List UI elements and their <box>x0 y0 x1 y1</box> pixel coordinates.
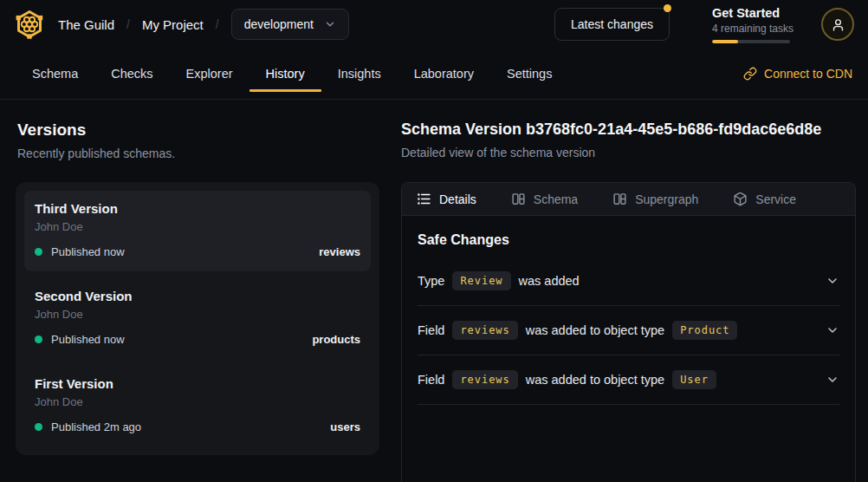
user-icon <box>831 17 845 32</box>
chevron-down-icon <box>826 323 839 337</box>
list-icon <box>417 192 431 206</box>
chevron-down-icon <box>826 373 839 387</box>
version-list: Third Version John Doe Published now rev… <box>16 182 379 455</box>
tab-settings[interactable]: Settings <box>490 49 568 99</box>
tab-laboratory[interactable]: Laboratory <box>398 49 490 99</box>
version-name: Second Version <box>35 289 360 303</box>
connect-to-cdn-link[interactable]: Connect to CDN <box>743 49 852 99</box>
tab-schema-view[interactable]: Schema <box>511 192 578 206</box>
breadcrumb-separator: / <box>126 17 130 31</box>
breadcrumb-project[interactable]: My Project <box>142 17 204 32</box>
version-item-third[interactable]: Third Version John Doe Published now rev… <box>24 191 371 271</box>
published-dot-icon <box>35 335 42 343</box>
connect-to-cdn-label: Connect to CDN <box>764 67 852 81</box>
breadcrumb: The Guild / My Project / <box>58 17 219 32</box>
change-suffix: was added <box>519 274 580 288</box>
version-meta: Published now reviews <box>35 245 360 258</box>
breadcrumb-org[interactable]: The Guild <box>58 17 114 32</box>
schema-version-panel: Schema Version b3768fc0-21a4-45e5-b686-f… <box>401 120 856 482</box>
version-author: John Doe <box>35 395 360 408</box>
main-content: Versions Recently published schemas. Thi… <box>0 100 868 482</box>
panels-icon <box>511 192 526 206</box>
latest-changes-button[interactable]: Latest changes <box>554 8 670 41</box>
version-name: First Version <box>35 376 360 391</box>
schema-version-title: Schema Version b3768fc0-21a4-45e5-b686-f… <box>401 120 856 139</box>
change-code-badge: reviews <box>452 370 517 389</box>
get-started-progress-bar <box>712 40 790 43</box>
version-status: Published now <box>51 333 125 346</box>
version-name: Third Version <box>35 201 360 216</box>
schema-version-subtitle: Detailed view of the schema version <box>401 146 856 160</box>
version-service: products <box>312 333 360 346</box>
change-row-field-user[interactable]: Field reviews was added to object type U… <box>418 355 839 405</box>
change-suffix: was added to object type <box>526 373 664 387</box>
notification-dot <box>664 4 671 12</box>
tab-insights[interactable]: Insights <box>321 49 398 99</box>
versions-title: Versions <box>17 120 379 140</box>
nav-tabs: Schema Checks Explorer History Insights … <box>16 49 568 99</box>
version-status: Published now <box>51 245 125 258</box>
version-item-second[interactable]: Second Version John Doe Published now pr… <box>24 278 371 359</box>
version-author: John Doe <box>35 220 360 233</box>
chevron-down-icon <box>826 274 839 288</box>
version-meta: Published 2m ago users <box>35 420 360 433</box>
breadcrumb-separator: / <box>216 17 219 31</box>
tab-supergraph[interactable]: Supergraph <box>612 192 698 206</box>
tab-checks[interactable]: Checks <box>94 49 169 99</box>
version-service: users <box>330 420 360 433</box>
get-started-title: Get Started <box>712 6 795 20</box>
change-row-field-product[interactable]: Field reviews was added to object type P… <box>418 306 839 355</box>
get-started-subtitle: 4 remaining tasks <box>712 23 795 35</box>
target-selector[interactable]: development <box>231 9 349 40</box>
link-icon <box>743 67 757 81</box>
change-target-badge: Product <box>672 321 737 340</box>
user-avatar[interactable] <box>821 8 854 41</box>
tab-history[interactable]: History <box>249 49 321 99</box>
details-tab-bar: Details Schema Supergraph <box>402 183 855 216</box>
topbar-right: Latest changes Get Started 4 remaining t… <box>554 6 854 43</box>
tab-schema-view-label: Schema <box>534 192 578 206</box>
cube-icon <box>733 192 748 206</box>
version-meta: Published now products <box>35 333 360 346</box>
change-prefix: Field <box>418 373 444 387</box>
published-dot-icon <box>35 248 42 256</box>
safe-changes-heading: Safe Changes <box>418 232 839 248</box>
version-status: Published 2m ago <box>51 420 141 433</box>
get-started-progress-fill <box>712 40 738 43</box>
tab-details[interactable]: Details <box>417 192 476 206</box>
latest-changes-label: Latest changes <box>571 17 653 31</box>
tab-details-label: Details <box>439 192 476 206</box>
version-item-first[interactable]: First Version John Doe Published 2m ago … <box>24 366 371 446</box>
panels-icon <box>612 192 627 206</box>
schema-version-card: Details Schema Supergraph <box>401 182 856 482</box>
hive-logo-icon[interactable] <box>14 9 45 40</box>
tab-explorer[interactable]: Explorer <box>170 49 249 99</box>
change-row-type-review[interactable]: Type Review was added <box>418 257 839 306</box>
change-suffix: was added to object type <box>526 323 664 337</box>
tab-schema[interactable]: Schema <box>16 49 94 99</box>
top-bar: The Guild / My Project / development Lat… <box>0 0 868 49</box>
get-started-widget[interactable]: Get Started 4 remaining tasks <box>712 6 795 43</box>
version-author: John Doe <box>35 308 360 321</box>
change-code-badge: Review <box>452 271 510 290</box>
target-selector-value: development <box>244 17 314 31</box>
change-prefix: Type <box>418 274 444 288</box>
versions-panel: Versions Recently published schemas. Thi… <box>16 120 379 482</box>
change-code-badge: reviews <box>452 321 517 340</box>
project-nav: Schema Checks Explorer History Insights … <box>0 49 868 100</box>
chevron-down-icon <box>324 18 336 30</box>
change-target-badge: User <box>672 370 716 389</box>
change-prefix: Field <box>418 323 444 337</box>
version-service: reviews <box>319 245 360 258</box>
versions-subtitle: Recently published schemas. <box>17 147 379 160</box>
published-dot-icon <box>35 423 42 431</box>
tab-service[interactable]: Service <box>733 192 796 206</box>
details-body: Safe Changes Type Review was added Field… <box>402 216 855 405</box>
tab-supergraph-label: Supergraph <box>635 192 698 206</box>
tab-service-label: Service <box>755 192 796 206</box>
